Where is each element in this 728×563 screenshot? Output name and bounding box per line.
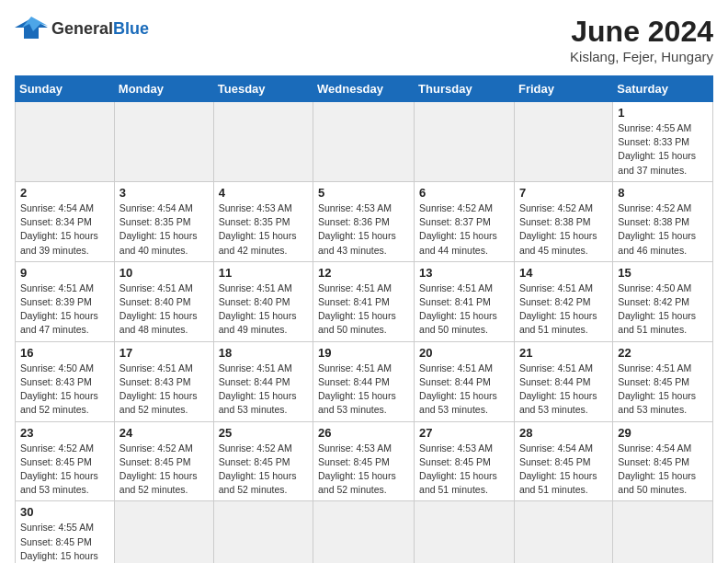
day-1: 1 Sunrise: 4:55 AM Sunset: 8:33 PM Dayli… (613, 102, 713, 182)
day-5: 5 Sunrise: 4:53 AMSunset: 8:36 PMDayligh… (313, 181, 415, 261)
day-26: 26 Sunrise: 4:53 AMSunset: 8:45 PMDaylig… (313, 421, 415, 501)
day-23: 23 Sunrise: 4:52 AMSunset: 8:45 PMDaylig… (16, 421, 115, 501)
logo: GeneralBlue (15, 15, 149, 42)
day-18: 18 Sunrise: 4:51 AMSunset: 8:44 PMDaylig… (213, 341, 313, 421)
header-saturday: Saturday (613, 76, 713, 102)
day-2: 2 Sunrise: 4:54 AMSunset: 8:34 PMDayligh… (16, 181, 115, 261)
empty-cell (514, 501, 612, 563)
day-17: 17 Sunrise: 4:51 AMSunset: 8:43 PMDaylig… (114, 341, 213, 421)
calendar-row-2: 2 Sunrise: 4:54 AMSunset: 8:34 PMDayligh… (16, 181, 713, 261)
header-friday: Friday (514, 76, 612, 102)
day-30: 30 Sunrise: 4:55 AMSunset: 8:45 PMDaylig… (16, 501, 115, 563)
calendar-row-4: 16 Sunrise: 4:50 AMSunset: 8:43 PMDaylig… (16, 341, 713, 421)
day-20: 20 Sunrise: 4:51 AMSunset: 8:44 PMDaylig… (415, 341, 515, 421)
logo-icon (15, 15, 48, 42)
day-1-sunset-label: Sunset: (618, 136, 654, 147)
day-1-sunrise: 4:55 AM (656, 122, 692, 133)
location: Kislang, Fejer, Hungary (570, 49, 713, 64)
header-sunday: Sunday (16, 76, 115, 102)
empty-cell (213, 102, 313, 182)
day-9: 9 Sunrise: 4:51 AMSunset: 8:39 PMDayligh… (16, 261, 115, 341)
calendar-row-6: 30 Sunrise: 4:55 AMSunset: 8:45 PMDaylig… (16, 501, 713, 563)
day-14: 14 Sunrise: 4:51 AMSunset: 8:42 PMDaylig… (514, 261, 612, 341)
calendar-row-3: 9 Sunrise: 4:51 AMSunset: 8:39 PMDayligh… (16, 261, 713, 341)
header-wednesday: Wednesday (313, 76, 415, 102)
day-11: 11 Sunrise: 4:51 AMSunset: 8:40 PMDaylig… (213, 261, 313, 341)
header-thursday: Thursday (415, 76, 515, 102)
empty-cell (16, 102, 115, 182)
day-7: 7 Sunrise: 4:52 AMSunset: 8:38 PMDayligh… (514, 181, 612, 261)
empty-cell (415, 501, 515, 563)
empty-cell (415, 102, 515, 182)
calendar-row-5: 23 Sunrise: 4:52 AMSunset: 8:45 PMDaylig… (16, 421, 713, 501)
logo-text: GeneralBlue (51, 19, 149, 39)
empty-cell (114, 102, 213, 182)
empty-cell (313, 102, 415, 182)
empty-cell (613, 501, 713, 563)
day-15: 15 Sunrise: 4:50 AMSunset: 8:42 PMDaylig… (613, 261, 713, 341)
weekday-header-row: Sunday Monday Tuesday Wednesday Thursday… (16, 76, 713, 102)
day-13: 13 Sunrise: 4:51 AMSunset: 8:41 PMDaylig… (415, 261, 515, 341)
day-1-daylight-label: Daylight: (618, 150, 658, 161)
day-19: 19 Sunrise: 4:51 AMSunset: 8:44 PMDaylig… (313, 341, 415, 421)
day-22: 22 Sunrise: 4:51 AMSunset: 8:45 PMDaylig… (613, 341, 713, 421)
day-1-sunrise-label: Sunrise: (618, 122, 655, 133)
empty-cell (213, 501, 313, 563)
day-8: 8 Sunrise: 4:52 AMSunset: 8:38 PMDayligh… (613, 181, 713, 261)
empty-cell (114, 501, 213, 563)
calendar-table: Sunday Monday Tuesday Wednesday Thursday… (15, 75, 713, 563)
header: GeneralBlue June 2024 Kislang, Fejer, Hu… (15, 15, 713, 64)
day-1-sunset: 8:33 PM (654, 136, 689, 147)
day-25: 25 Sunrise: 4:52 AMSunset: 8:45 PMDaylig… (213, 421, 313, 501)
calendar-row-1: 1 Sunrise: 4:55 AM Sunset: 8:33 PM Dayli… (16, 102, 713, 182)
day-24: 24 Sunrise: 4:52 AMSunset: 8:45 PMDaylig… (114, 421, 213, 501)
day-21: 21 Sunrise: 4:51 AMSunset: 8:44 PMDaylig… (514, 341, 612, 421)
month-title: June 2024 (570, 15, 713, 49)
day-10: 10 Sunrise: 4:51 AMSunset: 8:40 PMDaylig… (114, 261, 213, 341)
day-6: 6 Sunrise: 4:52 AMSunset: 8:37 PMDayligh… (415, 181, 515, 261)
day-29: 29 Sunrise: 4:54 AMSunset: 8:45 PMDaylig… (613, 421, 713, 501)
header-monday: Monday (114, 76, 213, 102)
title-area: June 2024 Kislang, Fejer, Hungary (570, 15, 713, 64)
header-tuesday: Tuesday (213, 76, 313, 102)
day-12: 12 Sunrise: 4:51 AMSunset: 8:41 PMDaylig… (313, 261, 415, 341)
empty-cell (514, 102, 612, 182)
day-28: 28 Sunrise: 4:54 AMSunset: 8:45 PMDaylig… (514, 421, 612, 501)
day-27: 27 Sunrise: 4:53 AMSunset: 8:45 PMDaylig… (415, 421, 515, 501)
day-4: 4 Sunrise: 4:53 AMSunset: 8:35 PMDayligh… (213, 181, 313, 261)
day-3: 3 Sunrise: 4:54 AMSunset: 8:35 PMDayligh… (114, 181, 213, 261)
day-1-info: Sunrise: 4:55 AM Sunset: 8:33 PM Dayligh… (618, 121, 708, 178)
empty-cell (313, 501, 415, 563)
day-16: 16 Sunrise: 4:50 AMSunset: 8:43 PMDaylig… (16, 341, 115, 421)
